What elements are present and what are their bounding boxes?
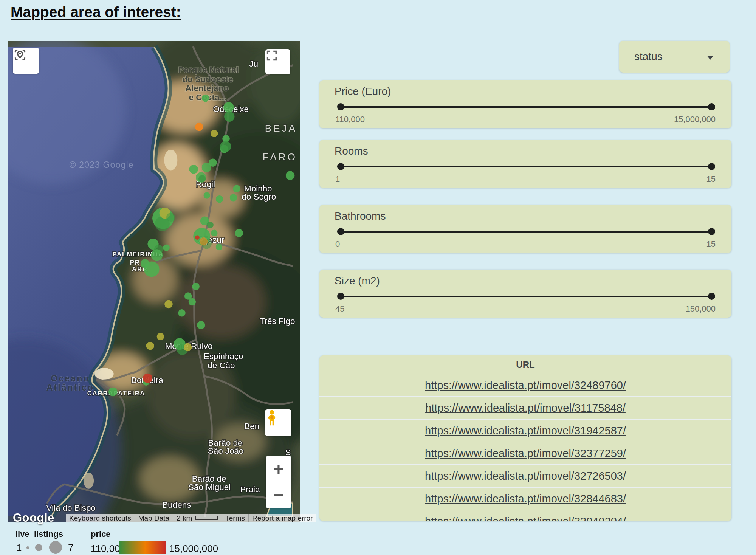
listing-dot[interactable] <box>157 333 164 340</box>
listing-dot[interactable] <box>223 102 234 112</box>
listing-dot[interactable] <box>235 229 243 237</box>
status-dropdown[interactable]: status <box>619 41 730 73</box>
table-row: https://www.idealista.pt/imovel/32726503… <box>319 464 731 487</box>
listing-dot[interactable] <box>286 171 294 180</box>
frame-location-button[interactable] <box>13 48 39 74</box>
listing-dot[interactable] <box>143 374 152 383</box>
bathrooms-slider-handle-max[interactable] <box>708 228 715 235</box>
rooms-max-value: 15 <box>706 174 716 184</box>
price-slider-handle-max[interactable] <box>708 103 715 110</box>
listing-dot[interactable] <box>108 388 117 396</box>
satellite-map[interactable]: Parque Naturaldo SudoesteAlentejanoe Cos… <box>8 41 300 522</box>
listing-dot[interactable] <box>189 298 196 305</box>
listing-link[interactable]: https://www.idealista.pt/imovel/32489760… <box>425 379 626 392</box>
listing-link[interactable]: https://www.idealista.pt/imovel/32377259… <box>425 447 626 460</box>
listing-dot[interactable] <box>200 237 208 245</box>
terms-link[interactable]: Terms <box>222 514 249 522</box>
legend-size-min: 1 <box>16 542 22 554</box>
listing-dot[interactable] <box>216 195 223 203</box>
listing-dot[interactable] <box>146 342 154 350</box>
url-table: URL https://www.idealista.pt/imovel/3248… <box>319 355 731 521</box>
zoom-in-button[interactable]: + <box>266 456 291 482</box>
bathrooms-min-value: 0 <box>335 239 340 249</box>
listing-dot[interactable] <box>198 175 206 182</box>
bathrooms-slider-track[interactable] <box>341 231 712 233</box>
url-column-header: URL <box>319 355 731 374</box>
price-slider-label: Price (Euro) <box>335 85 391 98</box>
map-label: Ben <box>244 422 259 431</box>
listing-dot[interactable] <box>220 141 231 152</box>
listing-dot[interactable] <box>211 230 218 237</box>
price-max-value: 15,000,000 <box>674 115 716 124</box>
zoom-control: + − <box>266 456 291 508</box>
listing-link[interactable]: https://www.idealista.pt/imovel/31942587… <box>425 425 626 437</box>
fullscreen-button[interactable] <box>265 49 290 74</box>
rooms-slider-label: Rooms <box>335 145 368 157</box>
size-slider-handle-min[interactable] <box>337 293 344 300</box>
price-slider-track[interactable] <box>341 106 712 108</box>
price-slider-handle-min[interactable] <box>337 103 344 110</box>
map-scale: 2 km <box>173 514 222 522</box>
rooms-slider-track[interactable] <box>341 166 712 167</box>
listing-dot[interactable] <box>163 245 170 251</box>
listing-link[interactable]: https://www.idealista.pt/imovel/32844683… <box>425 493 626 505</box>
table-row: https://www.idealista.pt/imovel/32489760… <box>319 374 731 396</box>
location-crosshair-icon <box>13 48 27 62</box>
listing-dot[interactable] <box>197 321 205 329</box>
listing-dot[interactable] <box>233 185 240 192</box>
rooms-slider-handle-max[interactable] <box>708 163 715 170</box>
bathrooms-slider-handle-min[interactable] <box>337 228 344 235</box>
listing-dot[interactable] <box>211 130 218 137</box>
map-label: São João <box>208 446 244 456</box>
listing-dot[interactable] <box>202 163 211 172</box>
listing-link[interactable]: https://www.idealista.pt/imovel/32049204… <box>425 515 626 521</box>
map-label: São Miguel <box>188 482 231 492</box>
status-dropdown-label: status <box>634 41 663 73</box>
listing-dot[interactable] <box>164 300 172 308</box>
map-data-link[interactable]: Map Data <box>135 514 173 522</box>
legend-dot-small <box>26 546 29 549</box>
rooms-min-value: 1 <box>335 174 340 184</box>
listing-dot[interactable] <box>195 123 203 131</box>
zoom-out-button[interactable]: − <box>266 482 291 508</box>
listing-dot[interactable] <box>207 222 214 228</box>
listing-dot[interactable] <box>144 261 160 277</box>
listing-link[interactable]: https://www.idealista.pt/imovel/31175848… <box>425 402 626 414</box>
table-row: https://www.idealista.pt/imovel/32049204… <box>319 510 731 521</box>
listing-dot[interactable] <box>230 194 237 201</box>
map-label: S <box>285 448 291 457</box>
listing-dot[interactable] <box>204 192 211 199</box>
legend-color-title: price <box>91 529 111 539</box>
google-logo[interactable]: Google <box>13 511 54 525</box>
size-slider-track[interactable] <box>341 296 712 297</box>
listing-dot[interactable] <box>166 213 175 222</box>
page-title: Mapped area of interest: <box>11 4 181 20</box>
listing-dot[interactable] <box>192 283 199 290</box>
listing-dot[interactable] <box>202 95 209 102</box>
keyboard-shortcuts-link[interactable]: Keyboard shortcuts <box>66 514 135 522</box>
pegman-button[interactable] <box>265 409 291 436</box>
map-label: FARO <box>263 151 297 163</box>
bathrooms-max-value: 15 <box>706 239 716 249</box>
listing-dot[interactable] <box>189 165 198 174</box>
listing-dot[interactable] <box>151 249 163 261</box>
listing-dot[interactable] <box>184 343 192 351</box>
legend-dot-medium <box>35 544 42 551</box>
map-label: © 2023 Google <box>69 160 133 170</box>
listing-dot[interactable] <box>178 309 185 316</box>
pegman-icon <box>265 409 279 426</box>
map-label: Três Figo <box>260 316 295 326</box>
rooms-slider-handle-min[interactable] <box>337 163 344 170</box>
report-map-error-link[interactable]: Report a map error <box>249 514 316 522</box>
size-slider-handle-max[interactable] <box>708 293 715 300</box>
listing-dot[interactable] <box>216 244 223 251</box>
listing-dot[interactable] <box>224 112 234 122</box>
dashboard: Mapped area of interest: <box>0 0 756 555</box>
size-min-value: 45 <box>335 304 344 314</box>
map-canvas: Parque Naturaldo SudoesteAlentejanoe Cos… <box>8 41 300 522</box>
listing-dot[interactable] <box>195 235 200 240</box>
legend-size-title: live_listings <box>15 529 63 539</box>
listing-link[interactable]: https://www.idealista.pt/imovel/32726503… <box>425 470 626 482</box>
table-row: https://www.idealista.pt/imovel/31942587… <box>319 419 731 442</box>
price-gradient-bar <box>119 541 166 554</box>
